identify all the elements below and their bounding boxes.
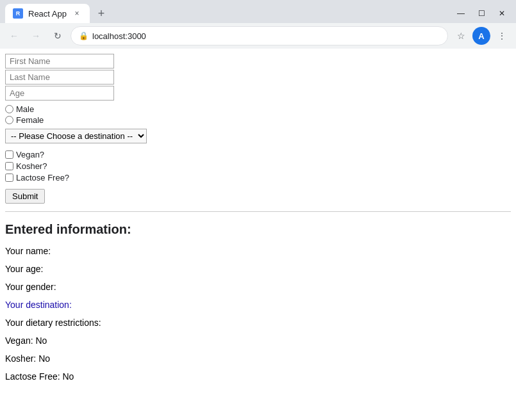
dietary-checkbox-group: Vegan? Kosher? Lactose Free? xyxy=(5,150,511,182)
reload-button[interactable]: ↻ xyxy=(49,27,67,45)
results-title: Entered information: xyxy=(5,222,511,237)
result-destination-label: Your destination: xyxy=(5,300,72,310)
result-gender-row: Your gender: xyxy=(5,282,511,292)
last-name-input[interactable] xyxy=(5,70,114,85)
back-button[interactable]: ← xyxy=(5,27,23,45)
browser-toolbar: ← → ↻ 🔒 localhost:3000 ☆ A ⋮ xyxy=(0,23,516,49)
lactose-checkbox-label[interactable]: Lactose Free? xyxy=(5,173,511,182)
gender-radio-group: Male Female xyxy=(5,104,511,125)
result-kosher-row: Kosher: No xyxy=(5,353,511,364)
female-label: Female xyxy=(16,115,44,125)
female-radio[interactable] xyxy=(5,116,13,124)
result-dietary-row: Your dietary restrictions: xyxy=(5,318,511,328)
results-section: Entered information: Your name: Your age… xyxy=(5,212,511,382)
profile-avatar[interactable]: A xyxy=(472,27,490,45)
active-tab[interactable]: R React App × xyxy=(5,4,90,23)
form-section: Male Female -- Please Choose a destinati… xyxy=(5,54,511,212)
url-text: localhost:3000 xyxy=(92,31,146,41)
close-button[interactable]: ✕ xyxy=(493,4,511,22)
male-radio[interactable] xyxy=(5,105,13,113)
title-bar: R React App × + — ☐ ✕ xyxy=(0,0,516,23)
result-dietary-label: Your dietary restrictions: xyxy=(5,318,101,328)
kosher-checkbox-label[interactable]: Kosher? xyxy=(5,161,511,171)
age-input[interactable] xyxy=(5,86,114,101)
restore-button[interactable]: ☐ xyxy=(472,4,490,22)
tab-favicon: R xyxy=(13,8,23,19)
submit-button[interactable]: Submit xyxy=(5,189,45,204)
lock-icon: 🔒 xyxy=(79,31,88,40)
result-age-label: Your age: xyxy=(5,264,43,274)
first-name-input[interactable] xyxy=(5,54,114,69)
result-name-label: Your name: xyxy=(5,246,51,256)
tab-area: R React App × + xyxy=(5,4,110,23)
tab-close-button[interactable]: × xyxy=(72,8,82,19)
male-label: Male xyxy=(16,104,34,114)
vegan-label: Vegan? xyxy=(16,150,44,159)
result-kosher-label: Kosher: No xyxy=(5,353,50,364)
lactose-free-checkbox[interactable] xyxy=(5,174,13,182)
new-tab-button[interactable]: + xyxy=(92,4,110,22)
address-bar[interactable]: 🔒 localhost:3000 xyxy=(71,26,448,45)
vegan-checkbox-label[interactable]: Vegan? xyxy=(5,150,511,159)
male-radio-label[interactable]: Male xyxy=(5,104,511,114)
destination-select[interactable]: -- Please Choose a destination -- New Yo… xyxy=(5,129,147,143)
kosher-checkbox[interactable] xyxy=(5,162,13,170)
result-vegan-label: Vegan: No xyxy=(5,335,47,346)
result-name-row: Your name: xyxy=(5,246,511,256)
tab-title: React App xyxy=(28,9,67,19)
minimize-button[interactable]: — xyxy=(452,4,470,22)
vegan-checkbox[interactable] xyxy=(5,150,13,159)
browser-chrome: R React App × + — ☐ ✕ ← → ↻ 🔒 localhost:… xyxy=(0,0,516,49)
bookmark-button[interactable]: ☆ xyxy=(452,27,470,45)
result-lactose-label: Lactose Free: No xyxy=(5,371,74,382)
page-content: Male Female -- Please Choose a destinati… xyxy=(0,49,516,420)
toolbar-right: ☆ A ⋮ xyxy=(452,27,511,45)
result-gender-label: Your gender: xyxy=(5,282,56,292)
window-controls: — ☐ ✕ xyxy=(452,4,511,22)
result-lactose-row: Lactose Free: No xyxy=(5,371,511,382)
forward-button[interactable]: → xyxy=(27,27,45,45)
result-vegan-row: Vegan: No xyxy=(5,335,511,346)
result-destination-row: Your destination: xyxy=(5,300,511,310)
female-radio-label[interactable]: Female xyxy=(5,115,511,125)
menu-button[interactable]: ⋮ xyxy=(493,27,511,45)
result-age-row: Your age: xyxy=(5,264,511,274)
lactose-label: Lactose Free? xyxy=(16,173,69,182)
kosher-label: Kosher? xyxy=(16,161,47,171)
